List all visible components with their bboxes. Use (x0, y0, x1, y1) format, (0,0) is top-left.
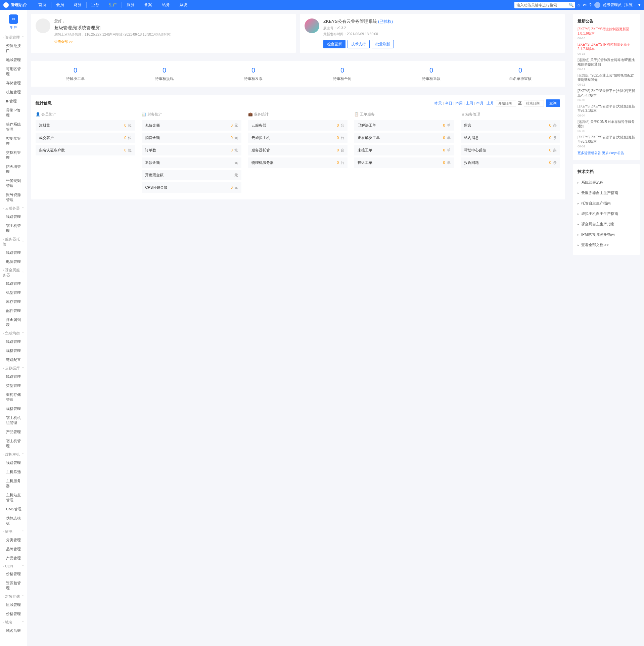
sidebar-item-品牌管理[interactable]: 品牌管理 (0, 545, 27, 554)
sidebar-item-资源包管理[interactable]: 资源包管理 (0, 579, 27, 593)
doc-item-虚拟主机自主生产指南[interactable]: 虚拟主机自主生产指南 (578, 209, 635, 219)
sidebar-item-主机服务器[interactable]: 主机服务器 (0, 476, 27, 491)
sidebar-item-库存管理[interactable]: 库存管理 (0, 297, 27, 306)
notice-item[interactable]: [ZKEYS] ZKEYS云管平台(大陆版)更新至v5.3.2版本06-09 (578, 89, 635, 102)
notice-item[interactable]: [ZKEYS] ZKEYS IPMI控制器更新至2.1.7.6版本06-16 (578, 42, 635, 56)
sys-btn-检查更新[interactable]: 检查更新 (323, 40, 346, 48)
pending-待审核提现[interactable]: 0待审核提现 (120, 66, 209, 81)
sidebar-item-产品管理[interactable]: 产品管理 (0, 427, 27, 436)
sidebar-item-告警规则管理[interactable]: 告警规则管理 (0, 176, 27, 190)
sidebar-item-伪静态模板[interactable]: 伪静态模板 (0, 514, 27, 528)
sidebar-item-架构存储管理[interactable]: 架构存储管理 (0, 390, 27, 404)
notice-item[interactable]: [ZKEYS] ZKEYS云管平台(大陆版)更新至v5.3.0版本06-02 (578, 135, 635, 148)
sidebar-group-域名[interactable]: ▫ 域名⌃ (0, 618, 27, 626)
pending-待审核发票[interactable]: 0待审核发票 (209, 66, 298, 81)
doc-item-IPMI控制器使用指南[interactable]: IPMI控制器使用指南 (578, 229, 635, 240)
sidebar-group-证书[interactable]: ▫ 证书⌃ (0, 528, 27, 536)
sidebar-item-机型管理[interactable]: 机型管理 (0, 288, 27, 297)
sidebar-item-账号资源管理[interactable]: 账号资源管理 (0, 190, 27, 204)
sidebar-item-机柜管理[interactable]: 机柜管理 (0, 88, 27, 97)
nav-备案[interactable]: 备案 (139, 0, 157, 10)
notice-item[interactable]: [ZKEYS] ZKEYS云管平台(大陆版)更新至v5.3.1版本06-04 (578, 104, 635, 118)
search-icon[interactable]: 🔍 (568, 3, 575, 7)
sidebar-group-虚拟主机[interactable]: ▫ 虚拟主机⌃ (0, 451, 27, 458)
sidebar-item-异常IP管理[interactable]: 异常IP管理 (0, 106, 27, 120)
sidebar-item-裸金属列表[interactable]: 裸金属列表 (0, 315, 27, 329)
doc-item-托管自主生产指南[interactable]: 托管自主生产指南 (578, 198, 635, 209)
help-icon[interactable]: ? (589, 2, 592, 7)
user-label[interactable]: 超级管理员（系统... (603, 2, 636, 7)
sidebar-item-线路管理[interactable]: 线路管理 (0, 458, 27, 467)
sidebar-item-分类管理[interactable]: 分类管理 (0, 536, 27, 545)
logo[interactable]: 管理后台 (3, 2, 27, 8)
filter-今日[interactable]: 今日 (445, 101, 452, 105)
sidebar-item-链路配置[interactable]: 链路配置 (0, 355, 27, 364)
search-input[interactable] (514, 3, 568, 7)
sys-btn-批量刷新[interactable]: 批量刷新 (372, 40, 394, 48)
sidebar-group-负载均衡[interactable]: ▫ 负载均衡⌃ (0, 329, 27, 337)
avatar[interactable] (594, 2, 600, 8)
nav-财务[interactable]: 财务 (69, 0, 86, 10)
sidebar-item-线路管理[interactable]: 线路管理 (0, 372, 27, 381)
sidebar-item-CMS管理[interactable]: CMS管理 (0, 505, 27, 514)
nav-会员[interactable]: 会员 (51, 0, 69, 10)
filter-上月[interactable]: 上月 (487, 101, 494, 105)
chevron-down-icon[interactable]: ▾ (638, 2, 641, 7)
query-button[interactable]: 查询 (546, 99, 560, 107)
sidebar-item-规格管理[interactable]: 规格管理 (0, 404, 27, 413)
pending-待审核退款[interactable]: 0待审核退款 (387, 66, 476, 81)
sidebar-item-主机站点管理[interactable]: 主机站点管理 (0, 491, 27, 505)
date-to[interactable] (524, 100, 544, 106)
sidebar-group-对象存储[interactable]: ▫ 对象存储⌃ (0, 593, 27, 600)
nav-首页[interactable]: 首页 (34, 0, 51, 10)
sidebar-item-线路管理[interactable]: 线路管理 (0, 248, 27, 257)
docs-more[interactable]: 查看全部文档 >> (578, 240, 635, 250)
notice-item[interactable]: [ZKEYS] ZKEYS宿主控制器更新至1.0.1.6版本06-16 (578, 27, 635, 40)
sidebar-item-价格管理[interactable]: 价格管理 (0, 569, 27, 579)
more-ops-notice[interactable]: 更多运营组公告 (578, 151, 601, 155)
sidebar-item-防火墙管理[interactable]: 防火墙管理 (0, 162, 27, 176)
filter-昨天[interactable]: 昨天 (434, 101, 442, 105)
sidebar-item-可用区管理[interactable]: 可用区管理 (0, 64, 27, 79)
sidebar-item-宿主机管理[interactable]: 宿主机管理 (0, 221, 27, 235)
view-all-link[interactable]: 查看全部 >> (54, 40, 73, 44)
filter-本周[interactable]: 本周 (455, 101, 463, 105)
notice-item[interactable]: [运营组] 关于托管和裸金属等地/IP配比规则调整的通知06-11 (578, 58, 635, 71)
sidebar-item-宿主机机组管理[interactable]: 宿主机机组管理 (0, 413, 27, 427)
filter-本月[interactable]: 本月 (476, 101, 484, 105)
sidebar-item-价格管理[interactable]: 价格管理 (0, 609, 27, 618)
sidebar-item-宿主机管理[interactable]: 宿主机管理 (0, 436, 27, 451)
sidebar-item-电源管理[interactable]: 电源管理 (0, 257, 27, 266)
sidebar-item-操作系统管理[interactable]: 操作系统管理 (0, 120, 27, 134)
notice-item[interactable]: [运营组] 关于CDN及对象存储暂停服务通知06-02 (578, 120, 635, 133)
nav-系统[interactable]: 系统 (175, 0, 192, 10)
mail-icon[interactable]: ✉ (583, 2, 587, 7)
nav-生产[interactable]: 生产 (104, 0, 122, 10)
sidebar-item-配件管理[interactable]: 配件管理 (0, 306, 27, 315)
notice-item[interactable]: [运营组] "2021企业上云"限时托管配置规则调整通知06-11 (578, 73, 635, 87)
sidebar-item-线路管理[interactable]: 线路管理 (0, 279, 27, 288)
sidebar-item-区域管理[interactable]: 区域管理 (0, 600, 27, 609)
sidebar-group-裸金属服务器[interactable]: ▫ 裸金属服务器⌃ (0, 266, 27, 279)
doc-item-裸金属自主生产指南[interactable]: 裸金属自主生产指南 (578, 219, 635, 229)
sidebar-item-规格管理[interactable]: 规格管理 (0, 346, 27, 355)
sidebar-group-CDN[interactable]: ▫ CDN⌃ (0, 563, 27, 569)
sys-btn-技术支持[interactable]: 技术支持 (348, 40, 370, 48)
sidebar-item-域名后缀[interactable]: 域名后缀 (0, 626, 27, 635)
sidebar-item-存储管理[interactable]: 存储管理 (0, 79, 27, 88)
pending-待审核合同[interactable]: 0待审核合同 (298, 66, 387, 81)
nav-业务[interactable]: 业务 (87, 0, 104, 10)
filter-上周[interactable]: 上周 (466, 101, 473, 105)
sidebar-item-资源池接口[interactable]: 资源池接口 (0, 41, 27, 55)
sidebar-item-主机筛选[interactable]: 主机筛选 (0, 467, 27, 476)
sidebar-item-交换机管理[interactable]: 交换机管理 (0, 148, 27, 162)
sidebar-group-云服务器[interactable]: ▫ 云服务器⌃ (0, 204, 27, 212)
sidebar-group-服务器托管[interactable]: ▫ 服务器托管⌃ (0, 235, 27, 248)
sidebar-item-控制器管理[interactable]: 控制器管理 (0, 134, 27, 148)
home-icon[interactable]: ⌂ (578, 2, 580, 7)
sidebar-item-类型管理[interactable]: 类型管理 (0, 381, 27, 390)
pending-待解决工单[interactable]: 0待解决工单 (31, 66, 120, 81)
sidebar-item-地域管理[interactable]: 地域管理 (0, 55, 27, 64)
doc-item-云服务器自主生产指南[interactable]: 云服务器自主生产指南 (578, 188, 635, 198)
sidebar-item-线路管理[interactable]: 线路管理 (0, 212, 27, 221)
